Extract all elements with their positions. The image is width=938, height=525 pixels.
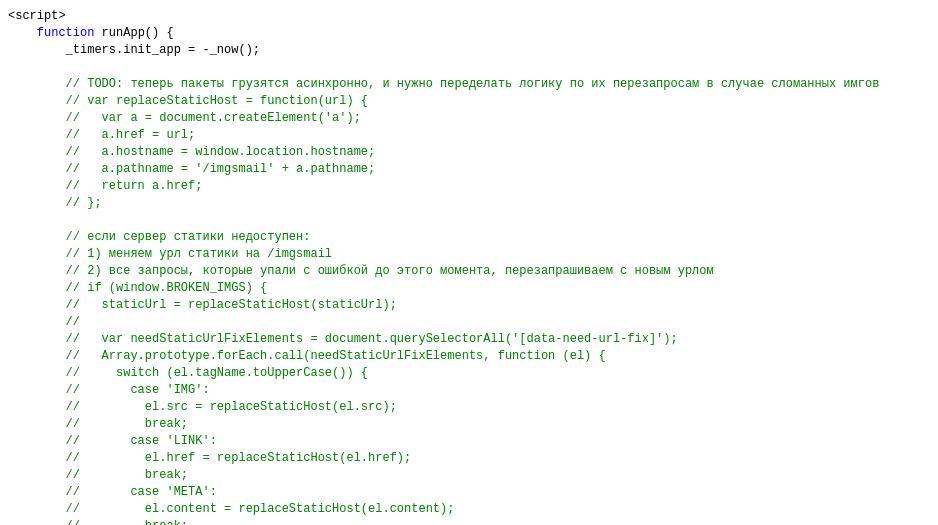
code-line-26: // case 'LINK': (0, 433, 938, 450)
code-line-31: // break; (0, 518, 938, 525)
line-text: // a.pathname = '/imgsmail' + a.pathname… (8, 161, 375, 178)
line-text: // Array.prototype.forEach.call(needStat… (8, 348, 606, 365)
code-line-17: // if (window.BROKEN_IMGS) { (0, 280, 938, 297)
code-line-27: // el.href = replaceStaticHost(el.href); (0, 450, 938, 467)
code-line-4 (0, 59, 938, 76)
line-text (8, 212, 15, 229)
code-line-1: <script> (0, 8, 938, 25)
line-text: // el.href = replaceStaticHost(el.href); (8, 450, 411, 467)
code-line-5: // TODO: теперь пакеты грузятся асинхрон… (0, 76, 938, 93)
line-text: // var replaceStaticHost = function(url)… (8, 93, 368, 110)
line-text: // break; (8, 467, 188, 484)
code-line-7: // var a = document.createElement('a'); (0, 110, 938, 127)
line-text: // if (window.BROKEN_IMGS) { (8, 280, 267, 297)
code-line-28: // break; (0, 467, 938, 484)
code-line-2: function runApp() { (0, 25, 938, 42)
line-text: // var a = document.createElement('a'); (8, 110, 361, 127)
line-text: // staticUrl = replaceStaticHost(staticU… (8, 297, 397, 314)
line-text: // switch (el.tagName.toUpperCase()) { (8, 365, 368, 382)
code-line-3: _timers.init_app = -_now(); (0, 42, 938, 59)
line-text: // break; (8, 416, 188, 433)
code-line-11: // return a.href; (0, 178, 938, 195)
line-text: // break; (8, 518, 188, 525)
line-text: // case 'META': (8, 484, 217, 501)
code-line-13 (0, 212, 938, 229)
code-line-6: // var replaceStaticHost = function(url)… (0, 93, 938, 110)
line-text: // a.href = url; (8, 127, 195, 144)
line-text: // a.hostname = window.location.hostname… (8, 144, 375, 161)
line-text: <script> (8, 8, 66, 25)
line-text: // 1) меняем урл статики на /imgsmail (8, 246, 332, 263)
line-text: // el.src = replaceStaticHost(el.src); (8, 399, 397, 416)
code-line-19: // (0, 314, 938, 331)
code-line-20: // var needStaticUrlFixElements = docume… (0, 331, 938, 348)
code-line-29: // case 'META': (0, 484, 938, 501)
code-line-16: // 2) все запросы, которые упали с ошибк… (0, 263, 938, 280)
line-text: // return a.href; (8, 178, 202, 195)
code-line-10: // a.pathname = '/imgsmail' + a.pathname… (0, 161, 938, 178)
line-text: // 2) все запросы, которые упали с ошибк… (8, 263, 714, 280)
code-line-22: // switch (el.tagName.toUpperCase()) { (0, 365, 938, 382)
line-text: // var needStaticUrlFixElements = docume… (8, 331, 678, 348)
line-text (8, 59, 15, 76)
line-text: // если сервер статики недоступен: (8, 229, 310, 246)
line-text: // el.content = replaceStaticHost(el.con… (8, 501, 454, 518)
line-text: // case 'LINK': (8, 433, 217, 450)
line-text: // case 'IMG': (8, 382, 210, 399)
code-line-15: // 1) меняем урл статики на /imgsmail (0, 246, 938, 263)
code-line-23: // case 'IMG': (0, 382, 938, 399)
line-text: // (8, 314, 80, 331)
code-line-8: // a.href = url; (0, 127, 938, 144)
code-editor: <script> function runApp() { _timers.ini… (0, 0, 938, 525)
code-line-21: // Array.prototype.forEach.call(needStat… (0, 348, 938, 365)
line-text: function runApp() { (8, 25, 174, 42)
line-text: _timers.init_app = -_now(); (8, 42, 260, 59)
code-line-18: // staticUrl = replaceStaticHost(staticU… (0, 297, 938, 314)
line-text: // }; (8, 195, 102, 212)
code-line-12: // }; (0, 195, 938, 212)
code-line-25: // break; (0, 416, 938, 433)
code-line-9: // a.hostname = window.location.hostname… (0, 144, 938, 161)
code-line-30: // el.content = replaceStaticHost(el.con… (0, 501, 938, 518)
line-text: // TODO: теперь пакеты грузятся асинхрон… (8, 76, 879, 93)
code-line-24: // el.src = replaceStaticHost(el.src); (0, 399, 938, 416)
code-line-14: // если сервер статики недоступен: (0, 229, 938, 246)
